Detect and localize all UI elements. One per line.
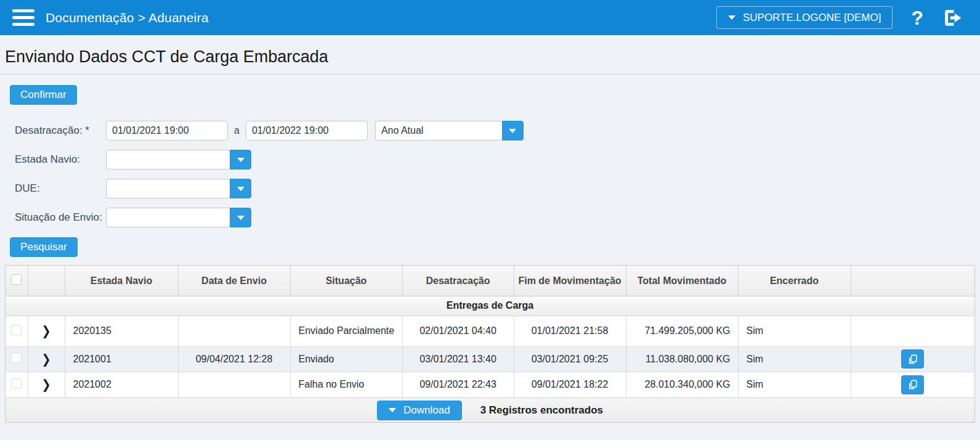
chevron-down-icon <box>509 129 516 133</box>
cell-encerrado: Sim <box>738 346 851 372</box>
actions-column-header <box>851 266 974 296</box>
breadcrumb: Documentação > Aduaneira <box>46 10 209 25</box>
copy-icon <box>907 378 919 391</box>
table-row: ❯ 2021002 Falha no Envio 09/01/2021 22:4… <box>6 372 974 397</box>
copy-button[interactable] <box>901 349 924 369</box>
table-caption: Entregas de Carga <box>6 296 974 316</box>
user-menu-label: SUPORTE.LOGONE [DEMO] <box>743 12 881 24</box>
desatracacao-from-input[interactable] <box>106 121 228 141</box>
situacao-envio-dropdown-button[interactable] <box>230 208 251 227</box>
cell-situacao: Falha no Envio <box>290 372 402 397</box>
column-header-encerrado: Encerrado <box>738 266 851 296</box>
menu-icon[interactable] <box>12 9 34 26</box>
expand-row-icon[interactable]: ❯ <box>41 377 51 393</box>
row-checkbox[interactable] <box>11 325 22 335</box>
column-header-data-envio: Data de Envio <box>178 266 290 296</box>
table-header-row: Estada Navio Data de Envio Situação Desa… <box>6 266 974 296</box>
filter-form: Desatracação: * a Estada Navio: DUE: <box>15 121 975 227</box>
cell-situacao: Enviado Parcialmente <box>290 316 402 346</box>
estada-navio-label: Estada Navio: <box>15 153 106 166</box>
due-input[interactable] <box>106 179 230 198</box>
due-label: DUE: <box>15 182 106 195</box>
period-preset-input[interactable] <box>375 121 502 141</box>
row-checkbox[interactable] <box>11 352 22 363</box>
user-menu-button[interactable]: SUPORTE.LOGONE [DEMO] <box>716 6 893 29</box>
results-table: Entregas de Carga Estada Navio Data de E… <box>5 265 975 423</box>
copy-icon <box>907 353 919 365</box>
desatracacao-to-input[interactable] <box>246 121 368 141</box>
cell-data-envio <box>178 316 290 346</box>
estada-navio-dropdown-button[interactable] <box>230 150 251 169</box>
copy-button[interactable] <box>901 375 924 394</box>
row-checkbox[interactable] <box>11 378 22 389</box>
chevron-down-icon <box>237 216 245 220</box>
page-title: Enviando Dados CCT de Carga Embarcada <box>5 47 970 67</box>
situacao-envio-label: Situação de Envio: <box>15 211 106 224</box>
table-row: ❯ 2020135 Enviado Parcialmente 02/01/202… <box>6 316 974 346</box>
cell-desatracacao: 03/01/2021 13:40 <box>402 346 514 372</box>
chevron-down-icon <box>389 408 396 412</box>
select-all-cell <box>6 266 28 296</box>
cell-estada-navio: 2021002 <box>65 372 178 397</box>
download-button[interactable]: Download <box>377 401 462 420</box>
situacao-envio-input[interactable] <box>106 208 230 227</box>
expand-row-icon[interactable]: ❯ <box>41 351 51 367</box>
select-all-checkbox[interactable] <box>11 274 22 285</box>
cell-estada-navio: 2021001 <box>65 346 178 372</box>
confirm-button[interactable]: Confirmar <box>10 85 77 105</box>
due-dropdown-button[interactable] <box>230 179 251 198</box>
cell-data-envio <box>178 372 290 397</box>
search-button[interactable]: Pesquisar <box>10 237 78 257</box>
column-header-total-movimentado: Total Movimentado <box>626 266 738 296</box>
estada-navio-input[interactable] <box>106 150 230 169</box>
expand-column-header <box>28 266 65 296</box>
chevron-down-icon <box>728 15 735 20</box>
cell-total-movimentado: 11.038.080,000 KG <box>626 346 738 372</box>
cell-total-movimentado: 28.010.340,000 KG <box>626 372 738 397</box>
column-header-fim-movimentacao: Fim de Movimentação <box>514 266 626 296</box>
logout-icon[interactable] <box>942 7 964 28</box>
cell-estada-navio: 2020135 <box>65 316 178 346</box>
cell-desatracacao: 09/01/2021 22:43 <box>402 372 514 397</box>
help-icon[interactable]: ? <box>911 8 923 28</box>
records-count: 3 Registros encontrados <box>480 404 603 417</box>
column-header-situacao: Situação <box>290 266 402 296</box>
cell-situacao: Enviado <box>290 346 402 372</box>
cell-encerrado: Sim <box>738 316 851 346</box>
table-footer: Download 3 Registros encontrados <box>6 397 974 422</box>
cell-total-movimentado: 71.499.205,000 KG <box>626 316 738 346</box>
cell-encerrado: Sim <box>738 372 851 397</box>
cell-data-envio: 09/04/2021 12:28 <box>178 346 290 372</box>
expand-row-icon[interactable]: ❯ <box>41 323 51 338</box>
date-range-separator: a <box>234 125 240 136</box>
table-row: ❯ 2021001 09/04/2021 12:28 Enviado 03/01… <box>6 346 974 372</box>
desatracacao-label: Desatracação: * <box>15 124 106 137</box>
column-header-desatracacao: Desatracação <box>402 266 514 296</box>
download-label: Download <box>403 404 450 417</box>
top-bar: Documentação > Aduaneira SUPORTE.LOGONE … <box>0 0 980 35</box>
cell-actions <box>851 316 974 346</box>
cell-fim-movimentacao: 09/01/2021 18:22 <box>514 372 626 397</box>
cell-desatracacao: 02/01/2021 04:40 <box>402 316 514 346</box>
chevron-down-icon <box>237 158 245 162</box>
period-preset-dropdown-button[interactable] <box>502 121 524 141</box>
cell-fim-movimentacao: 01/01/2021 21:58 <box>514 316 626 346</box>
cell-actions <box>851 372 974 397</box>
chevron-down-icon <box>237 187 245 191</box>
cell-fim-movimentacao: 03/01/2021 09:25 <box>514 346 626 372</box>
column-header-estada-navio: Estada Navio <box>65 266 178 296</box>
cell-actions <box>851 346 974 372</box>
